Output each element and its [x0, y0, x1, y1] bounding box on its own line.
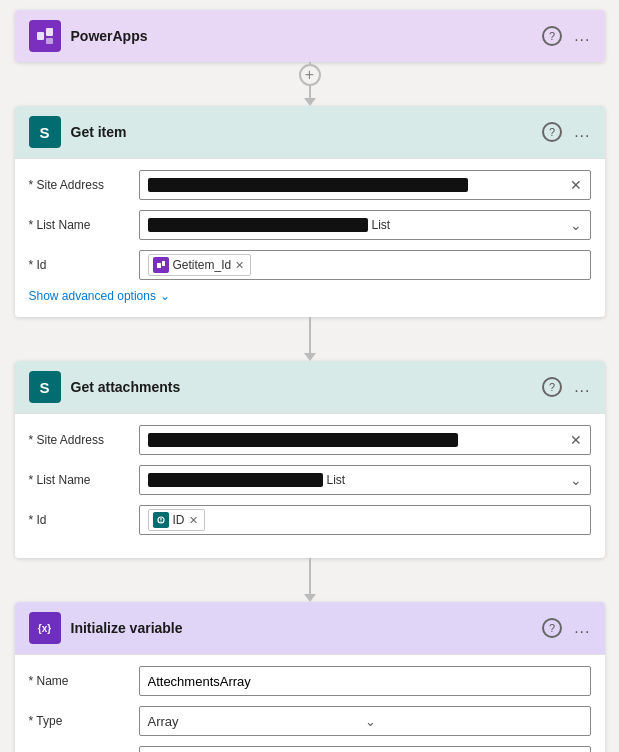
get-item-id-chip: Getitem_Id ✕ [148, 254, 252, 276]
add-step-button-1[interactable]: + [299, 64, 321, 86]
get-item-list-blackout [148, 218, 368, 232]
get-attachments-site-address-label: * Site Address [29, 433, 139, 447]
init-variable-name-label: * Name [29, 674, 139, 688]
connector-arrow-3 [304, 594, 316, 602]
powerapps-title: PowerApps [71, 28, 148, 44]
init-variable-name-row: * Name [29, 665, 591, 697]
get-item-id-field[interactable]: Getitem_Id ✕ [139, 250, 591, 280]
get-item-body: * Site Address ✕ * List Name List ⌄ [15, 158, 605, 317]
get-item-chip-icon [153, 257, 169, 273]
get-item-list-name-row: * List Name List ⌄ [29, 209, 591, 241]
get-attachments-chip-icon [153, 512, 169, 528]
init-variable-title: Initialize variable [71, 620, 183, 636]
init-variable-type-dropdown[interactable]: Array ⌄ [139, 706, 591, 736]
init-variable-body: * Name * Type Array ⌄ Value [15, 654, 605, 752]
get-attachments-id-row: * Id ID ✕ [29, 504, 591, 536]
init-variable-type-value: Array [148, 714, 365, 729]
get-item-header: S Get item ? ... [15, 106, 605, 158]
chevron-down-icon: ⌄ [160, 289, 170, 303]
get-item-show-advanced[interactable]: Show advanced options ⌄ [29, 289, 591, 303]
get-item-site-address-blackout [148, 178, 468, 192]
get-item-id-row: * Id Getitem_Id ✕ [29, 249, 591, 281]
svg-rect-2 [46, 38, 53, 44]
get-attachments-card: S Get attachments ? ... * Site Address ✕ [15, 361, 605, 558]
get-item-list-suffix: List [372, 218, 391, 232]
get-item-id-label: * Id [29, 258, 139, 272]
init-variable-type-row: * Type Array ⌄ [29, 705, 591, 737]
init-variable-actions: ? ... [542, 618, 590, 638]
get-attachments-help-icon[interactable]: ? [542, 377, 562, 397]
get-attachments-list-suffix: List [327, 473, 346, 487]
get-attachments-id-label: * Id [29, 513, 139, 527]
init-variable-more-icon[interactable]: ... [574, 619, 590, 637]
get-item-site-address-input[interactable]: ✕ [139, 170, 591, 200]
connector-3 [304, 558, 316, 602]
init-variable-name-input[interactable] [139, 666, 591, 696]
init-variable-value-input[interactable] [139, 746, 591, 752]
connector-arrow-2 [304, 353, 316, 361]
connector-1: + [304, 62, 316, 106]
init-variable-help-icon[interactable]: ? [542, 618, 562, 638]
svg-rect-4 [162, 261, 165, 266]
get-attachments-body: * Site Address ✕ * List Name List ⌄ [15, 413, 605, 558]
svg-rect-0 [37, 32, 44, 40]
get-item-chip-label: Getitem_Id [173, 258, 232, 272]
get-attachments-chip-label: ID [173, 513, 185, 527]
get-attachments-list-blackout [148, 473, 323, 487]
init-variable-icon: {x} [29, 612, 61, 644]
powerapps-help-icon[interactable]: ? [542, 26, 562, 46]
get-item-card: S Get item ? ... * Site Address ✕ [15, 106, 605, 317]
get-attachments-chip-remove[interactable]: ✕ [189, 514, 198, 527]
init-variable-value-row: Value [29, 745, 591, 752]
svg-rect-3 [157, 263, 161, 268]
get-item-list-dropdown-icon[interactable]: ⌄ [570, 217, 582, 233]
get-item-title: Get item [71, 124, 127, 140]
get-item-site-address-clear[interactable]: ✕ [570, 177, 582, 193]
get-attachments-more-icon[interactable]: ... [574, 378, 590, 396]
connector-2 [304, 317, 316, 361]
svg-point-7 [160, 521, 161, 522]
flow-container: PowerApps ? ... + S Get item ? ... [0, 0, 619, 752]
powerapps-card: PowerApps ? ... [15, 10, 605, 62]
get-item-more-icon[interactable]: ... [574, 123, 590, 141]
get-attachments-header: S Get attachments ? ... [15, 361, 605, 413]
init-variable-card: {x} Initialize variable ? ... * Name * T… [15, 602, 605, 752]
svg-rect-1 [46, 28, 53, 36]
get-attachments-site-blackout [148, 433, 458, 447]
connector-line-3 [309, 558, 311, 594]
powerapps-actions: ? ... [542, 26, 590, 46]
type-dropdown-arrow: ⌄ [365, 714, 582, 729]
get-item-list-name-input[interactable]: List ⌄ [139, 210, 591, 240]
get-item-actions: ? ... [542, 122, 590, 142]
get-attachments-id-chip: ID ✕ [148, 509, 205, 531]
get-item-help-icon[interactable]: ? [542, 122, 562, 142]
powerapps-icon [29, 20, 61, 52]
get-attachments-title: Get attachments [71, 379, 181, 395]
get-attachments-site-clear[interactable]: ✕ [570, 432, 582, 448]
connector-line-2 [309, 317, 311, 353]
get-attachments-actions: ? ... [542, 377, 590, 397]
get-item-site-address-row: * Site Address ✕ [29, 169, 591, 201]
get-attachments-list-name-label: * List Name [29, 473, 139, 487]
get-attachments-list-input[interactable]: List ⌄ [139, 465, 591, 495]
get-attachments-id-field[interactable]: ID ✕ [139, 505, 591, 535]
get-item-icon: S [29, 116, 61, 148]
get-item-site-address-label: * Site Address [29, 178, 139, 192]
get-item-chip-remove[interactable]: ✕ [235, 259, 244, 272]
powerapps-header: PowerApps ? ... [15, 10, 605, 62]
get-item-list-name-label: * List Name [29, 218, 139, 232]
get-attachments-list-name-row: * List Name List ⌄ [29, 464, 591, 496]
powerapps-more-icon[interactable]: ... [574, 27, 590, 45]
init-variable-header: {x} Initialize variable ? ... [15, 602, 605, 654]
connector-arrow-1 [304, 98, 316, 106]
get-attachments-list-dropdown-icon[interactable]: ⌄ [570, 472, 582, 488]
get-attachments-icon: S [29, 371, 61, 403]
get-attachments-site-address-row: * Site Address ✕ [29, 424, 591, 456]
init-variable-type-label: * Type [29, 714, 139, 728]
get-attachments-site-address-input[interactable]: ✕ [139, 425, 591, 455]
